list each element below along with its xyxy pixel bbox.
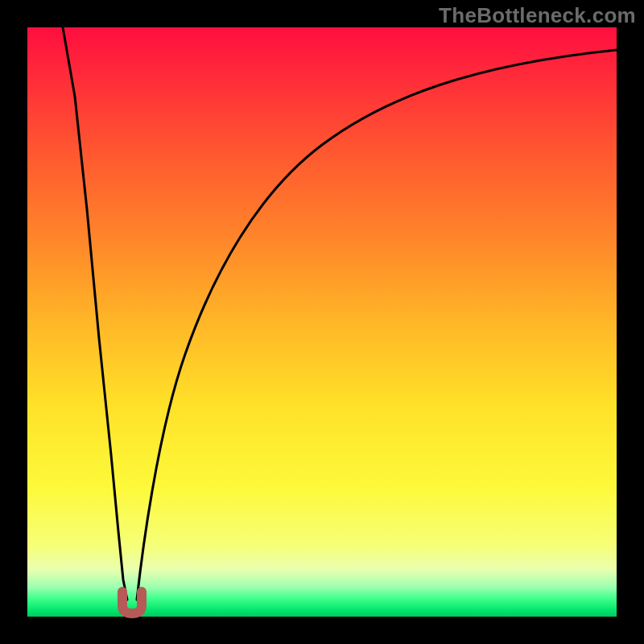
watermark-text: TheBottleneck.com xyxy=(439,3,636,28)
chart-plot-area xyxy=(27,27,617,617)
chart-frame: TheBottleneck.com xyxy=(0,0,644,644)
